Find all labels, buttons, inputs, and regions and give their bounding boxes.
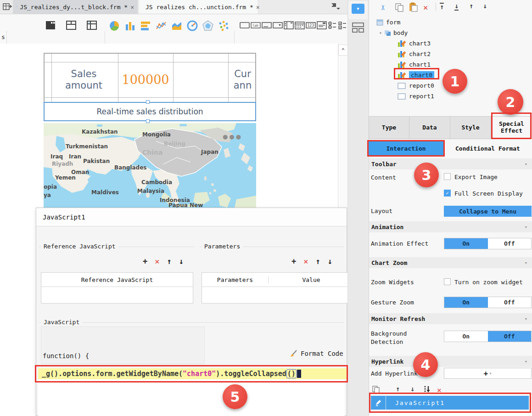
selection-handle[interactable] [146, 119, 150, 123]
move-down-icon[interactable]: ↓ [483, 3, 487, 10]
tab-type[interactable]: Type [369, 116, 409, 139]
parameters-table[interactable]: Parameters Value [202, 272, 354, 304]
body-layout-icon[interactable] [352, 22, 364, 33]
label-widget-icon[interactable]: lab [251, 21, 261, 30]
cell-sales-value[interactable]: 100000 [118, 62, 173, 97]
tree-item-report1[interactable]: report1 [398, 91, 434, 101]
report-block[interactable]: Sales amount 100000 Cur ann [44, 53, 256, 103]
collapse-icon[interactable]: ▾ [524, 316, 527, 322]
gesture-zoom-off[interactable]: Off [488, 297, 532, 308]
export-image-checkbox[interactable] [444, 173, 451, 180]
collapse-icon[interactable]: ▾ [524, 359, 527, 365]
number-widget-icon[interactable]: 123 [306, 21, 316, 30]
subtab-conditional-format[interactable]: Conditional Format [443, 141, 532, 155]
move-down-icon[interactable]: ↓ [328, 257, 332, 266]
line-chart-icon[interactable] [155, 20, 167, 32]
blank-block-icon[interactable] [45, 19, 57, 31]
code-editor-body[interactable] [38, 379, 345, 416]
dialog-titlebar[interactable]: JavaScript1 [36, 208, 347, 226]
tab-style[interactable]: Style [450, 116, 491, 139]
toolbar-separator [436, 3, 436, 11]
move-down-icon[interactable]: ↓ [179, 257, 184, 266]
textarea-widget-icon[interactable] [317, 21, 327, 30]
move-up-icon[interactable]: ↑ [316, 257, 320, 266]
move-up-icon[interactable]: ↑ [167, 257, 172, 266]
animation-effect-off[interactable]: Off [488, 238, 532, 249]
map-label-malaysia: Malaysia [137, 188, 164, 194]
table-gridline [173, 54, 174, 102]
new-form-icon[interactable] [3, 2, 12, 11]
zoom-widget-checkbox[interactable] [444, 278, 451, 285]
selection-handle[interactable] [146, 100, 150, 104]
column-chart-icon[interactable] [124, 20, 136, 32]
section-chart-zoom[interactable]: Chart Zoom▾ [369, 257, 532, 268]
delete-icon[interactable]: ✕ [155, 257, 159, 266]
tab-data[interactable]: Data [409, 116, 450, 139]
full-screen-checkbox[interactable]: ✓ [444, 190, 451, 197]
tab-block-icon[interactable] [86, 19, 98, 31]
cut-icon[interactable]: ✂ [377, 5, 388, 10]
chart-title-block[interactable]: Real-time sales distribution [44, 102, 256, 121]
radar-chart-icon[interactable] [202, 20, 214, 32]
move-to-top-icon[interactable]: ↑ [440, 3, 444, 11]
section-animation[interactable]: Animation▾ [369, 221, 532, 232]
delete-icon[interactable]: ✕ [423, 3, 428, 12]
section-monitor-refresh[interactable]: Monitor Refresh▾ [369, 313, 532, 324]
tree-item-form[interactable]: form [376, 17, 400, 27]
tree-item-chart3[interactable]: chart3 [398, 39, 431, 48]
animation-effect-on[interactable]: On [444, 238, 488, 249]
tree-widget-icon[interactable] [284, 21, 294, 30]
collapse-icon[interactable]: ▾ [524, 260, 527, 266]
add-hyperlink-button[interactable]: +▾ [444, 368, 532, 379]
tab-title[interactable]: JS realizes ch...unction.frm * [146, 4, 253, 11]
button-widget-icon[interactable] [240, 21, 250, 30]
tree-item-chart2[interactable]: chart2 [398, 49, 431, 59]
checkbox-group-widget-icon[interactable] [338, 21, 347, 30]
add-icon[interactable]: + [143, 257, 147, 266]
collapse-icon[interactable]: ▾ [524, 161, 527, 167]
area-chart-icon[interactable] [171, 20, 183, 32]
scatter-chart-icon[interactable] [218, 20, 230, 32]
delete-icon[interactable]: ✕ [303, 257, 308, 266]
form-view-icon[interactable]: ▼ [352, 4, 364, 14]
scroll-up-button[interactable]: ⌃ [338, 45, 348, 56]
background-detection-off[interactable]: Off [488, 331, 532, 342]
finereport-designer: JS_realizes_dy...t_block.frm * ✕ JS real… [0, 0, 532, 416]
date-widget-icon[interactable] [295, 21, 305, 30]
paste-icon[interactable] [409, 2, 419, 12]
tab-close-icon[interactable]: ✕ [256, 4, 260, 11]
move-down-icon[interactable]: ↓ [410, 386, 414, 393]
tree-collapse-icon[interactable]: ▾ [379, 30, 382, 35]
format-code-button[interactable]: Format Code [290, 349, 343, 358]
cell-current-annual[interactable]: Cur ann [228, 62, 257, 97]
tab-js-realizes-dynamic-block[interactable]: JS_realizes_dy...t_block.frm * ✕ [13, 0, 138, 14]
copy-icon[interactable] [395, 3, 405, 12]
background-detection-on[interactable]: On [444, 331, 488, 342]
cell-sales-amount[interactable]: Sales amount [51, 62, 118, 97]
tree-item-body[interactable]: ▾ body [379, 28, 408, 38]
split-block-icon[interactable] [66, 19, 78, 31]
move-to-bottom-icon[interactable]: ↓ [454, 3, 459, 11]
tree-item-report0[interactable]: report0 [398, 81, 434, 90]
tab-js-realizes-chart-function[interactable]: JS realizes ch...unction.frm * ✕ [139, 0, 258, 14]
add-icon[interactable]: + [291, 257, 296, 266]
map-menu-dots-icon[interactable]: ●●● [223, 133, 242, 140]
dropdown-widget-icon[interactable] [273, 21, 283, 30]
reference-js-table[interactable]: Reference JavaScript [41, 272, 193, 304]
collapse-to-menu-button[interactable]: Collapse to Menu [444, 206, 532, 217]
pie-chart-icon[interactable] [108, 20, 120, 32]
tab-close-icon[interactable]: ✕ [130, 4, 134, 11]
section-hyperlink[interactable]: Hyperlink▾ [369, 356, 532, 367]
collapse-icon[interactable]: ▾ [524, 224, 527, 230]
move-up-icon[interactable]: ↑ [396, 386, 400, 393]
pin-tab-icon[interactable] [330, 2, 342, 11]
move-up-icon[interactable]: ↑ [469, 3, 473, 10]
gauge-chart-icon[interactable] [186, 20, 198, 32]
tab-title[interactable]: JS_realizes_dy...t_block.frm * [20, 4, 128, 11]
section-toolbar[interactable]: Toolbar▾ [369, 158, 532, 169]
bar-chart-icon[interactable] [140, 20, 151, 32]
radio-group-widget-icon[interactable] [328, 21, 337, 30]
gesture-zoom-on[interactable]: On [444, 297, 488, 308]
textfield-widget-icon[interactable] [262, 21, 272, 30]
map-chart-widget[interactable]: Kazakhstan Mongolia Beijing Turkmenistan… [44, 123, 256, 208]
